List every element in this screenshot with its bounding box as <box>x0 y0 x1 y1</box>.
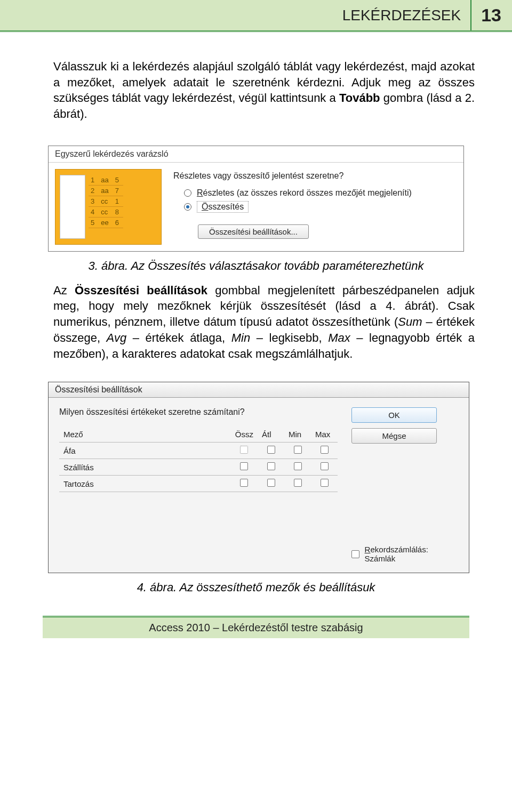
checkbox[interactable] <box>240 446 248 454</box>
table-row: Tartozás <box>59 476 338 492</box>
paragraph-2-block: Az Összesítési beállítások gombbal megje… <box>0 283 512 376</box>
checkbox[interactable] <box>351 550 359 558</box>
checkbox[interactable] <box>294 462 302 470</box>
header-title: LEKÉRDEZÉSEK <box>342 7 461 24</box>
page-header: LEKÉRDEZÉSEK 13 <box>0 0 512 32</box>
summary-left: Milyen összesítési értékeket szeretne sz… <box>59 407 338 563</box>
figure-3-caption: 3. ábra. Az Összesítés választásakor tov… <box>0 259 512 273</box>
wizard-options: Részletes vagy összesítő jelentést szere… <box>173 169 457 245</box>
summary-dialog-title: Összesítési beállítások <box>49 382 469 398</box>
option-summary[interactable]: Összesítés <box>184 201 457 213</box>
record-count-option[interactable]: Rekordszámlálás: Számlák <box>351 545 458 563</box>
page-number-box: 13 <box>470 0 501 30</box>
checkbox[interactable] <box>240 462 248 470</box>
summary-right: OK Mégse Rekordszámlálás: Számlák <box>351 407 458 563</box>
summary-table: Mező Össz Átl Min Max Áfa Szállítás <box>59 427 338 492</box>
table-row: 5ee6 <box>89 217 123 228</box>
checkbox[interactable] <box>267 462 275 470</box>
table-row: 4cc8 <box>89 206 123 217</box>
wizard-dialog: Egyszerű lekérdezés varázsló 1aa5 2aa7 3… <box>48 146 464 252</box>
preview-sheet-icon <box>60 175 85 239</box>
paragraph-1: Válasszuk ki a lekérdezés alapjául szolg… <box>53 59 475 122</box>
table-row: 1aa5 <box>89 175 123 186</box>
summary-options-dialog: Összesítési beállítások Milyen összesíté… <box>48 382 469 573</box>
checkbox[interactable] <box>267 446 275 454</box>
table-row: Szállítás <box>59 459 338 476</box>
main-content: Válasszuk ki a lekérdezés alapjául szolg… <box>0 32 512 137</box>
page-footer: Access 2010 – Lekérdezéstől testre szabá… <box>43 616 469 638</box>
wizard-body: 1aa5 2aa7 3cc1 4cc8 5ee6 Részletes vagy … <box>49 163 463 251</box>
option-detailed[interactable]: Részletes (az összes rekord összes mezőj… <box>184 188 457 198</box>
page-number: 13 <box>481 5 501 26</box>
table-row: Áfa <box>59 443 338 459</box>
wizard-preview: 1aa5 2aa7 3cc1 4cc8 5ee6 <box>55 169 162 245</box>
radio-icon <box>184 189 191 197</box>
cancel-button[interactable]: Mégse <box>351 428 437 444</box>
checkbox[interactable] <box>294 446 302 454</box>
table-header-row: Mező Össz Átl Min Max <box>59 427 338 443</box>
paragraph-2: Az Összesítési beállítások gombbal megje… <box>53 283 475 361</box>
wizard-question: Részletes vagy összesítő jelentést szere… <box>173 171 457 181</box>
table-row: 3cc1 <box>89 196 123 206</box>
preview-table: 1aa5 2aa7 3cc1 4cc8 5ee6 <box>89 175 123 228</box>
checkbox[interactable] <box>321 462 329 470</box>
summary-question: Milyen összesítési értékeket szeretne sz… <box>59 407 338 417</box>
checkbox[interactable] <box>240 479 248 487</box>
checkbox[interactable] <box>321 479 329 487</box>
checkbox[interactable] <box>321 446 329 454</box>
summary-dialog-body: Milyen összesítési értékeket szeretne sz… <box>49 398 469 573</box>
wizard-titlebar: Egyszerű lekérdezés varázsló <box>49 146 463 163</box>
table-row: 2aa7 <box>89 185 123 196</box>
radio-icon <box>184 203 191 211</box>
summary-options-button[interactable]: Összesítési beállítások... <box>198 224 309 239</box>
checkbox[interactable] <box>294 479 302 487</box>
checkbox[interactable] <box>267 479 275 487</box>
ok-button[interactable]: OK <box>351 407 437 423</box>
figure-4-caption: 4. ábra. Az összesíthető mezők és beállí… <box>0 581 512 594</box>
para1-bold: Tovább <box>339 91 380 104</box>
